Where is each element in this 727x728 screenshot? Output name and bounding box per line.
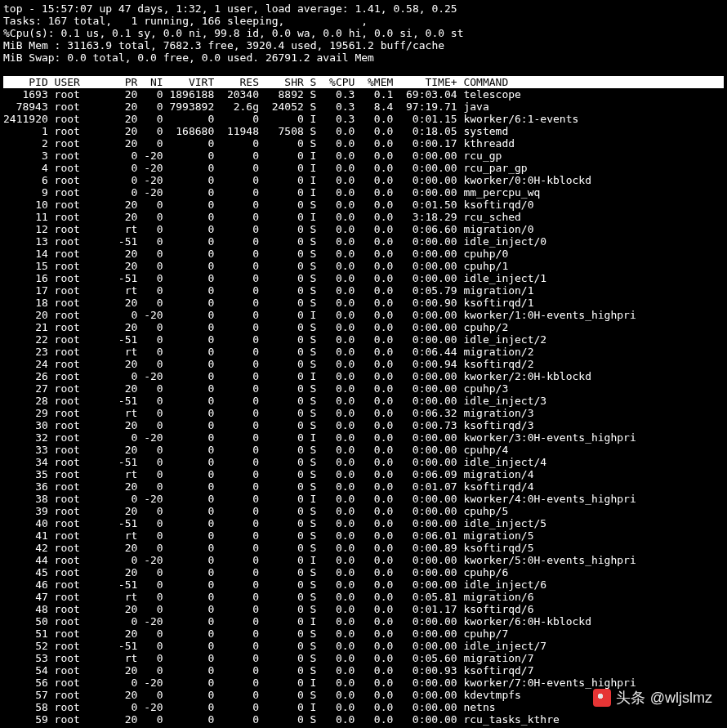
cell-virt: 0 bbox=[163, 713, 215, 726]
table-row[interactable]: 44root0-20000I0.00.00:00.00kworker/5:0H-… bbox=[3, 554, 724, 566]
cell-pr: 0 bbox=[112, 554, 137, 566]
table-row[interactable]: 47rootrt0000S0.00.00:05.81migration/6 bbox=[3, 591, 724, 603]
table-row[interactable]: 46root-510000S0.00.00:00.00idle_inject/6 bbox=[3, 578, 724, 591]
table-row[interactable]: 51root200000S0.00.00:00.00cpuhp/7 bbox=[3, 628, 724, 640]
cell-shr: 0 bbox=[259, 456, 304, 468]
cell-pr: 0 bbox=[112, 615, 137, 628]
cell-ni: 0 bbox=[137, 125, 163, 137]
table-row[interactable]: 9root0-20000I0.00.00:00.00mm_percpu_wq bbox=[3, 186, 724, 199]
table-row[interactable]: 28root-510000S0.00.00:00.00idle_inject/3 bbox=[3, 395, 724, 407]
table-row[interactable]: 11root200000I0.00.03:18.29rcu_sched bbox=[3, 211, 724, 223]
col-time[interactable]: TIME+ bbox=[393, 76, 457, 88]
table-row[interactable]: 20root0-20000I0.00.00:00.00kworker/1:0H-… bbox=[3, 309, 724, 321]
cell-time: 0:00.00 bbox=[393, 554, 457, 566]
cell-shr: 0 bbox=[259, 603, 304, 615]
table-row[interactable]: 17rootrt0000S0.00.00:05.79migration/1 bbox=[3, 284, 724, 297]
table-row[interactable]: 1root200168680119487508S0.00.00:18.05sys… bbox=[3, 125, 724, 137]
cell-virt: 0 bbox=[163, 615, 215, 628]
table-row[interactable]: 24root200000S0.00.00:00.94ksoftirqd/2 bbox=[3, 358, 724, 370]
table-row[interactable]: 29rootrt0000S0.00.00:06.32migration/3 bbox=[3, 407, 724, 419]
cell-mem: 0.0 bbox=[355, 517, 393, 529]
table-row[interactable]: 34root-510000S0.00.00:00.00idle_inject/4 bbox=[3, 456, 724, 468]
table-row[interactable]: 45root200000S0.00.00:00.00cpuhp/6 bbox=[3, 566, 724, 578]
col-virt[interactable]: VIRT bbox=[163, 76, 215, 88]
col-shr[interactable]: SHR bbox=[259, 76, 304, 88]
cell-cmd: kworker/3:0H-events_highpri bbox=[457, 431, 724, 444]
cell-cpu: 0.0 bbox=[316, 333, 355, 346]
table-row[interactable]: 50root0-20000I0.00.00:00.00kworker/6:0H-… bbox=[3, 615, 724, 628]
table-row[interactable]: 42root200000S0.00.00:00.89ksoftirqd/5 bbox=[3, 542, 724, 554]
top-output[interactable]: top - 15:57:07 up 47 days, 1:32, 1 user,… bbox=[0, 0, 727, 728]
table-row[interactable]: 78943root20079938922.6g24052S0.38.497:19… bbox=[3, 100, 724, 113]
table-row[interactable]: 38root0-20000I0.00.00:00.00kworker/4:0H-… bbox=[3, 493, 724, 505]
table-row[interactable]: 10root200000S0.00.00:01.50ksoftirqd/0 bbox=[3, 199, 724, 211]
cell-cmd: ksoftirqd/6 bbox=[457, 603, 724, 615]
table-row[interactable]: 48root200000S0.00.00:01.17ksoftirqd/6 bbox=[3, 603, 724, 615]
table-row[interactable]: 56root0-20000I0.00.00:00.00kworker/7:0H-… bbox=[3, 677, 724, 689]
col-ni[interactable]: NI bbox=[137, 76, 163, 88]
table-row[interactable]: 52root-510000S0.00.00:00.00idle_inject/7 bbox=[3, 640, 724, 652]
table-row[interactable]: 41rootrt0000S0.00.00:06.01migration/5 bbox=[3, 529, 724, 542]
col-pr[interactable]: PR bbox=[112, 76, 137, 88]
table-row[interactable]: 30root200000S0.00.00:00.73ksoftirqd/3 bbox=[3, 419, 724, 431]
table-row[interactable]: 22root-510000S0.00.00:00.00idle_inject/2 bbox=[3, 333, 724, 346]
table-row[interactable]: 40root-510000S0.00.00:00.00idle_inject/5 bbox=[3, 517, 724, 529]
table-row[interactable]: 53rootrt0000S0.00.00:05.60migration/7 bbox=[3, 652, 724, 664]
col-s[interactable]: S bbox=[304, 76, 317, 88]
col-pid[interactable]: PID bbox=[3, 76, 48, 88]
table-row[interactable]: 33root200000S0.00.00:00.00cpuhp/4 bbox=[3, 444, 724, 456]
table-row[interactable]: 15root200000S0.00.00:00.00cpuhp/1 bbox=[3, 260, 724, 272]
col-res[interactable]: RES bbox=[214, 76, 259, 88]
cell-mem: 0.0 bbox=[355, 113, 393, 125]
cell-time: 0:05.60 bbox=[393, 652, 457, 664]
table-row[interactable]: 3root0-20000I0.00.00:00.00rcu_gp bbox=[3, 150, 724, 162]
cell-pr: 0 bbox=[112, 677, 137, 689]
table-row[interactable]: 54root200000S0.00.00:00.93ksoftirqd/7 bbox=[3, 664, 724, 677]
cell-cpu: 0.0 bbox=[316, 664, 355, 677]
col-command[interactable]: COMMAND bbox=[457, 76, 724, 88]
table-row[interactable]: 36root200000S0.00.00:01.07ksoftirqd/4 bbox=[3, 480, 724, 493]
table-row[interactable]: 59root200000S0.00.00:00.00rcu_tasks_kthr… bbox=[3, 713, 724, 726]
table-row[interactable]: 21root200000S0.00.00:00.00cpuhp/2 bbox=[3, 321, 724, 333]
table-row[interactable]: 26root0-20000I0.00.00:00.00kworker/2:0H-… bbox=[3, 370, 724, 382]
col-user[interactable]: USER bbox=[48, 76, 112, 88]
cell-virt: 0 bbox=[163, 480, 215, 493]
table-header[interactable]: PID USER PR NI VIRT RES SHR S %CPU %MEM … bbox=[3, 76, 724, 88]
table-row[interactable]: 2411920root200000I0.30.00:01.15kworker/6… bbox=[3, 113, 724, 125]
cell-ni: 0 bbox=[137, 321, 163, 333]
table-row[interactable]: 39root200000S0.00.00:00.00cpuhp/5 bbox=[3, 505, 724, 517]
table-row[interactable]: 12rootrt0000S0.00.00:06.60migration/0 bbox=[3, 223, 724, 235]
table-row[interactable]: 16root-510000S0.00.00:00.00idle_inject/1 bbox=[3, 272, 724, 284]
cell-user: root bbox=[48, 235, 112, 248]
cell-pr: 20 bbox=[112, 713, 137, 726]
table-row[interactable]: 27root200000S0.00.00:00.00cpuhp/3 bbox=[3, 382, 724, 395]
table-row[interactable]: 1693root2001896188203408892S0.30.169:03.… bbox=[3, 88, 724, 100]
cell-res: 0 bbox=[214, 272, 259, 284]
cell-mem: 0.0 bbox=[355, 468, 393, 480]
table-row[interactable]: 4root0-20000I0.00.00:00.00rcu_par_gp bbox=[3, 162, 724, 174]
table-row[interactable]: 2root200000S0.00.00:00.17kthreadd bbox=[3, 137, 724, 150]
table-row[interactable]: 23rootrt0000S0.00.00:06.44migration/2 bbox=[3, 346, 724, 358]
table-row[interactable]: 18root200000S0.00.00:00.90ksoftirqd/1 bbox=[3, 297, 724, 309]
cell-pr: -51 bbox=[112, 456, 137, 468]
cell-pr: 20 bbox=[112, 248, 137, 260]
cell-user: root bbox=[48, 284, 112, 297]
table-row[interactable]: 35rootrt0000S0.00.00:06.09migration/4 bbox=[3, 468, 724, 480]
cell-virt: 0 bbox=[163, 113, 215, 125]
col-mem[interactable]: %MEM bbox=[355, 76, 393, 88]
cell-user: root bbox=[48, 309, 112, 321]
table-row[interactable]: 32root0-20000I0.00.00:00.00kworker/3:0H-… bbox=[3, 431, 724, 444]
cell-cmd: mm_percpu_wq bbox=[457, 186, 724, 199]
cell-pid: 12 bbox=[3, 223, 48, 235]
cell-pr: 20 bbox=[112, 199, 137, 211]
cell-ni: 0 bbox=[137, 346, 163, 358]
cell-ni: 0 bbox=[137, 566, 163, 578]
table-row[interactable]: 6root0-20000I0.00.00:00.00kworker/0:0H-k… bbox=[3, 174, 724, 186]
table-row[interactable]: 14root200000S0.00.00:00.00cpuhp/0 bbox=[3, 248, 724, 260]
cell-res: 0 bbox=[214, 701, 259, 713]
cell-virt: 0 bbox=[163, 137, 215, 150]
cell-pr: 20 bbox=[112, 689, 137, 701]
cell-ni: 0 bbox=[137, 382, 163, 395]
col-cpu[interactable]: %CPU bbox=[316, 76, 355, 88]
table-row[interactable]: 13root-510000S0.00.00:00.00idle_inject/0 bbox=[3, 235, 724, 248]
